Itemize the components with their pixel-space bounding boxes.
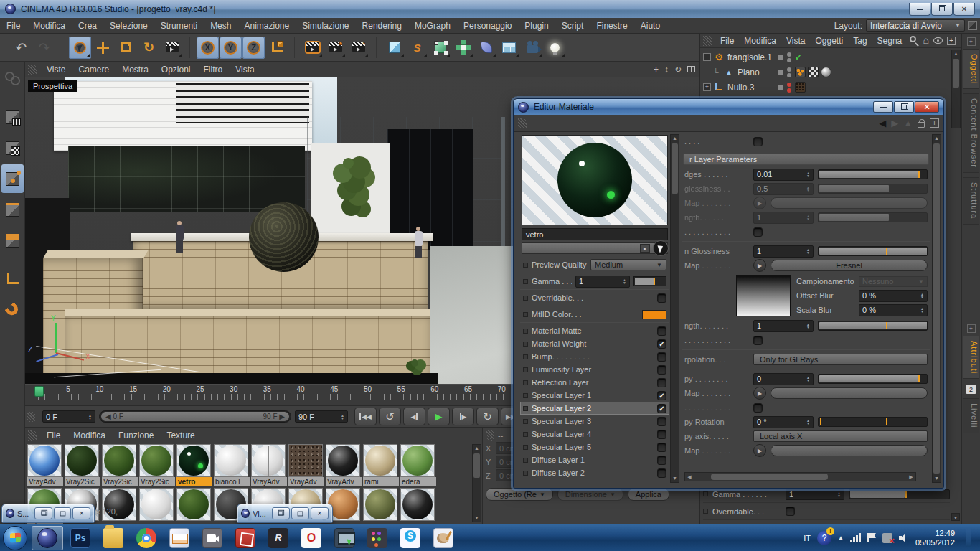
material-name-field[interactable]: vetro xyxy=(522,228,668,240)
add-icon[interactable]: + xyxy=(947,37,956,45)
tab-livelli[interactable]: Livelli xyxy=(963,398,979,433)
luminosity-layer-checkbox[interactable] xyxy=(657,365,666,375)
mtlid-color-swatch[interactable] xyxy=(642,310,666,319)
preview-quality-dropdown[interactable]: Medium ▼ xyxy=(590,259,666,270)
tab-struttura[interactable]: Struttura xyxy=(963,177,979,224)
taskbar-chrome[interactable] xyxy=(131,526,162,550)
param-field[interactable]: 0▲▼ xyxy=(753,373,814,385)
menu-plugin[interactable]: Plugin xyxy=(518,19,555,33)
anim-dot-icon[interactable] xyxy=(523,342,528,347)
coordinate-system-icon[interactable] xyxy=(265,37,288,59)
menu-simulazione[interactable]: Simulazione xyxy=(296,19,355,33)
campionamento-dropdown[interactable]: Nessuno▼ xyxy=(859,276,928,287)
material-item[interactable]: Vray2Sic xyxy=(139,444,175,486)
redo-icon[interactable]: ↷ xyxy=(33,37,55,59)
menu-rendering[interactable]: Rendering xyxy=(356,19,408,33)
om-menu-oggetti[interactable]: Oggetti xyxy=(811,34,849,47)
add-icon[interactable]: + xyxy=(967,324,976,333)
model-mode-icon[interactable] xyxy=(1,103,24,131)
start-button[interactable] xyxy=(3,526,27,550)
scroll-down-icon[interactable]: ▼ xyxy=(671,475,679,482)
close-button[interactable]: ✕ xyxy=(915,101,939,113)
om-menu-modifica[interactable]: Modifica xyxy=(739,34,781,47)
add-icon[interactable]: + xyxy=(930,118,939,128)
restore-button[interactable] xyxy=(272,507,290,519)
home-icon[interactable]: ⌂ xyxy=(923,36,929,45)
param-checkbox[interactable] xyxy=(753,227,763,237)
param-checkbox[interactable] xyxy=(753,137,763,146)
object-row[interactable]: +Nullo.3 xyxy=(700,80,961,95)
lock-y-icon[interactable]: Y xyxy=(220,37,242,59)
minimize-button[interactable] xyxy=(873,101,893,113)
channel-row[interactable]: Specular Layer 5 xyxy=(520,441,669,453)
map-slot[interactable]: Fresnel xyxy=(771,260,928,271)
material-item[interactable]: rami xyxy=(363,444,399,486)
object-row[interactable]: -⚙frangisole.1✓ xyxy=(700,50,961,65)
move-icon[interactable] xyxy=(92,37,114,59)
layer-badge[interactable]: 2 xyxy=(966,385,976,394)
taskbar-media-player[interactable] xyxy=(197,526,228,550)
mb-menu-file[interactable]: File xyxy=(40,428,67,443)
param-field[interactable]: 0 °▲▼ xyxy=(753,416,814,428)
menu-finestre[interactable]: Finestre xyxy=(590,19,633,33)
tree-expander[interactable]: - xyxy=(703,53,711,61)
minimized-window[interactable]: Vi...× xyxy=(237,504,333,523)
material-item[interactable]: edera xyxy=(400,444,436,486)
material-preview[interactable] xyxy=(522,135,668,225)
channel-row[interactable]: Overridable. . . xyxy=(520,291,669,304)
taskbar-photoshop[interactable]: Ps xyxy=(65,526,96,550)
drag-grip-icon[interactable] xyxy=(27,412,35,422)
enabled-check-icon[interactable]: ✓ xyxy=(795,52,802,62)
object-manager-scrollbar[interactable]: ▲ xyxy=(951,50,961,128)
scroll-up-icon[interactable]: ▲ xyxy=(473,445,481,452)
render-view-icon[interactable] xyxy=(301,37,324,59)
anim-dot-icon[interactable] xyxy=(523,432,528,437)
layout-dropdown[interactable]: Interfaccia di Avvio ▼ xyxy=(866,19,965,32)
taskbar-color-picker[interactable] xyxy=(362,526,393,550)
material-nav-field[interactable]: ▸ xyxy=(522,242,668,254)
play-button[interactable]: ▶ xyxy=(428,408,450,425)
map-slot[interactable] xyxy=(771,387,928,399)
specular-layer-1-checkbox[interactable]: ✓ xyxy=(657,391,666,400)
tab-content-browser[interactable]: Content Browser xyxy=(963,93,979,173)
material-weight-checkbox[interactable]: ✓ xyxy=(657,339,666,349)
layer-dot-icon[interactable] xyxy=(778,70,783,75)
anim-dot-icon[interactable] xyxy=(523,458,528,463)
specular-layer-4-checkbox[interactable] xyxy=(657,430,666,439)
texture-tag-icon[interactable] xyxy=(795,82,806,93)
taskbar-explorer[interactable] xyxy=(98,526,129,550)
last-tool-icon[interactable] xyxy=(161,37,183,59)
mb-menu-modifica[interactable]: Modifica xyxy=(67,428,112,443)
restore-button[interactable] xyxy=(894,101,914,113)
param-slider[interactable] xyxy=(818,417,928,427)
menu-mesh[interactable]: Mesh xyxy=(204,19,237,33)
viewport-menu-viste[interactable]: Viste xyxy=(40,62,72,77)
texture-mode-icon[interactable] xyxy=(1,133,24,162)
param-checkbox[interactable] xyxy=(753,336,763,345)
render-picture-viewer-icon[interactable] xyxy=(324,37,347,59)
material-item[interactable]: bianco l xyxy=(214,444,250,486)
param-slider[interactable] xyxy=(818,246,928,256)
map-slot[interactable] xyxy=(771,445,928,456)
scroll-up-icon[interactable]: ▲ xyxy=(952,50,960,57)
taskbar-remote-desktop[interactable] xyxy=(329,526,360,550)
bump--checkbox[interactable] xyxy=(657,352,666,362)
anim-dot-icon[interactable] xyxy=(523,445,528,450)
maximize-button[interactable] xyxy=(54,507,72,519)
gamma-slider[interactable] xyxy=(849,489,950,499)
om-menu-vista[interactable]: Vista xyxy=(781,34,810,47)
channel-row[interactable]: Specular Layer 4 xyxy=(520,428,669,441)
menu-personaggio[interactable]: Personaggio xyxy=(457,19,518,33)
material-matte-checkbox[interactable] xyxy=(657,326,666,336)
om-menu-tag[interactable]: Tag xyxy=(848,34,872,47)
menu-modifica[interactable]: Modifica xyxy=(27,19,72,33)
frame-range-slider[interactable]: ◀ 0 F 90 F ▶ xyxy=(99,410,291,423)
layout-grid-icon[interactable] xyxy=(968,21,977,30)
zoom-view-icon[interactable]: ↕ xyxy=(664,65,669,75)
add-icon[interactable]: + xyxy=(967,37,976,46)
restore-button[interactable] xyxy=(34,507,52,519)
anim-dot-icon[interactable] xyxy=(523,312,528,317)
anim-dot-icon[interactable] xyxy=(523,406,528,411)
param-field[interactable]: 0.5▲▼ xyxy=(753,183,814,195)
material-item[interactable] xyxy=(400,488,436,524)
